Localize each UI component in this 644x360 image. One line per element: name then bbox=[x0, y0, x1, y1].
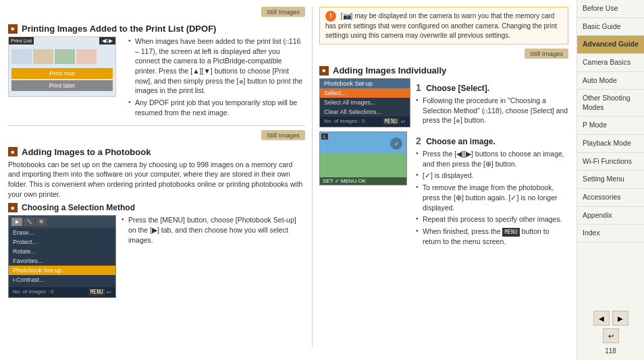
photo-bottom-bar: SET ✓ MENU OK bbox=[320, 177, 406, 185]
choosing-content: ▶ 🔧 ⚙ Erase... Protect... Rotate... Favo… bbox=[8, 215, 305, 298]
print-list-label: Print List bbox=[9, 37, 34, 44]
step2-bullets: Press the [◀][▶] buttons to choose an im… bbox=[416, 149, 568, 247]
menu-footer: No. of images : 0 MENU ↩ bbox=[9, 287, 115, 297]
step1: 1 Choose [Select]. Following the procedu… bbox=[416, 82, 568, 125]
section-icon-printing: ■ bbox=[8, 24, 18, 34]
sidebar-item-accessories[interactable]: Accessories bbox=[577, 189, 644, 207]
choosing-bullet: Press the [MENU] button, choose [Photobo… bbox=[122, 215, 305, 245]
choosing-bullet-container: Press the [MENU] button, choose [Photobo… bbox=[122, 215, 305, 298]
sidebar-item-setting[interactable]: Setting Menu bbox=[577, 171, 644, 189]
menu-row-rotate[interactable]: Rotate... bbox=[9, 247, 115, 256]
step1-num: 1 bbox=[416, 82, 421, 93]
sidebar-item-playback[interactable]: Playback Mode bbox=[577, 135, 644, 153]
adding-images-stack: Photobook Set-up Select... Select All Im… bbox=[319, 78, 410, 249]
step2-bullet-3: To remove the image from the photobook, … bbox=[416, 183, 568, 212]
print-now-btn[interactable]: Print now bbox=[11, 68, 113, 79]
tab-icon-2: 🔧 bbox=[24, 218, 34, 226]
printing-bullets: When images have been added to the print… bbox=[128, 36, 305, 120]
photobook-title: Adding Images to a Photobook bbox=[22, 147, 151, 157]
still-images-badge-2: Still Images bbox=[261, 130, 305, 140]
sidebar-item-p-mode[interactable]: P Mode bbox=[577, 117, 644, 135]
photo-thumb-3 bbox=[55, 49, 75, 64]
sidebar-item-other-shooting[interactable]: Other Shooting Modes bbox=[577, 90, 644, 117]
setup-menu-title: Photobook Set-up bbox=[320, 79, 410, 88]
section-icon-photobook: ■ bbox=[8, 147, 18, 156]
tab-icon: ▶ bbox=[11, 218, 22, 226]
sidebar-item-basic-guide[interactable]: Basic Guide bbox=[577, 18, 644, 36]
warning-text: may be displayed on the camera to warn y… bbox=[325, 12, 557, 39]
setup-row-select[interactable]: Select... bbox=[320, 88, 410, 98]
right-column: ! [📷] may be displayed on the camera to … bbox=[312, 7, 568, 347]
step2-num: 2 bbox=[416, 136, 421, 146]
sidebar-item-auto-mode[interactable]: Auto Mode bbox=[577, 72, 644, 90]
step2-bullet-2: [✓] is displayed. bbox=[416, 171, 568, 181]
printing-bullet-1: When images have been added to the print… bbox=[128, 36, 305, 96]
prev-btn[interactable]: ◀ bbox=[593, 311, 610, 326]
warning-camera-icon: [📷] bbox=[341, 12, 353, 20]
warning-box: ! [📷] may be displayed on the camera to … bbox=[319, 7, 568, 44]
photobook-section: ■ Adding Images to a Photobook Photobook… bbox=[8, 147, 305, 299]
sidebar-item-wifi[interactable]: Wi-Fi Functions bbox=[577, 153, 644, 171]
step2-bullet-4: Repeat this process to specify other ima… bbox=[416, 214, 568, 224]
steps-container: 1 Choose [Select]. Following the procedu… bbox=[416, 78, 568, 249]
still-images-badge-3: Still Images bbox=[525, 49, 568, 59]
step2-title: Choose an image. bbox=[426, 137, 495, 146]
photo-thumb-1 bbox=[11, 49, 32, 64]
check-overlay: ✓ bbox=[390, 138, 402, 150]
print-list-image: Print List ◀1▶ Print now Print later bbox=[8, 36, 116, 97]
photo-thumb-4 bbox=[76, 49, 97, 64]
menu-row-favorites[interactable]: Favorites... bbox=[9, 256, 115, 266]
menu-icon: MENU ↩ bbox=[88, 289, 112, 296]
step1-title: Choose [Select]. bbox=[426, 84, 489, 93]
section-icon-adding: ■ bbox=[319, 66, 329, 76]
step2-bullet-5: When finished, press the MENU button to … bbox=[416, 227, 568, 247]
left-column: Still Images ■ Printing Images Added to … bbox=[8, 7, 305, 347]
menu-row-photobook[interactable]: Photobook Set-up... bbox=[9, 266, 115, 275]
choosing-title: Choosing a Selection Method bbox=[22, 203, 135, 212]
setup-footer-icon: MENU ↩ bbox=[383, 118, 406, 125]
adding-title: Adding Images Individually bbox=[333, 65, 446, 76]
step2-bullet-1: Press the [◀][▶] buttons to choose an im… bbox=[416, 149, 568, 169]
step2: 2 Choose an image. Press the [◀][▶] butt… bbox=[416, 136, 568, 247]
setup-row-all[interactable]: Select All Images... bbox=[320, 98, 410, 107]
warning-icon: ! bbox=[325, 11, 336, 22]
menu-image-container: ▶ 🔧 ⚙ Erase... Protect... Rotate... Favo… bbox=[8, 215, 116, 298]
main-content: Still Images ■ Printing Images Added to … bbox=[0, 0, 576, 360]
printing-section: ■ Printing Images Added to the Print Lis… bbox=[8, 24, 305, 120]
print-later-btn[interactable]: Print later bbox=[11, 80, 113, 91]
menu-row-icontrast[interactable]: i-Contrast... bbox=[9, 275, 115, 284]
printing-title: Printing Images Added to the Print List … bbox=[22, 24, 216, 34]
section-icon-choosing: ■ bbox=[8, 203, 18, 212]
next-btn[interactable]: ▶ bbox=[612, 311, 628, 326]
tab-icon-3: ⚙ bbox=[36, 218, 47, 226]
photo-corner-badge: L bbox=[321, 133, 328, 140]
sidebar-item-index[interactable]: Index bbox=[577, 224, 644, 243]
photobook-body: Photobooks can be set up on the camera b… bbox=[8, 160, 305, 200]
printing-bullet-2: Any DPOF print job that you temporarily … bbox=[128, 98, 305, 117]
sidebar: Before Use Basic Guide Advanced Guide Ca… bbox=[576, 0, 644, 360]
photo-thumb-2 bbox=[33, 49, 53, 64]
return-btn[interactable]: ↩ bbox=[603, 328, 619, 343]
choosing-section: ■ Choosing a Selection Method ▶ 🔧 ⚙ bbox=[8, 203, 305, 298]
sidebar-item-camera-basics[interactable]: Camera Basics bbox=[577, 54, 644, 72]
adding-content: Photobook Set-up Select... Select All Im… bbox=[319, 78, 568, 249]
menu-row-erase[interactable]: Erase... bbox=[9, 228, 115, 237]
still-images-badge-1: Still Images bbox=[261, 7, 305, 17]
setup-row-clear[interactable]: Clear All Selections... bbox=[320, 107, 410, 117]
step1-bullet: Following the procedure in "Choosing a S… bbox=[416, 96, 568, 125]
setup-footer: No. of images : 0 MENU ↩ bbox=[320, 117, 410, 127]
menu-row-protect[interactable]: Protect... bbox=[9, 237, 115, 247]
adding-section: ■ Adding Images Individually Photobook S… bbox=[319, 65, 568, 249]
sidebar-item-before-use[interactable]: Before Use bbox=[577, 0, 644, 18]
page-number: 118 bbox=[603, 346, 618, 356]
sidebar-item-appendix[interactable]: Appendix bbox=[577, 207, 644, 225]
landscape-photo: L ✓ SET ✓ MENU OK bbox=[319, 131, 407, 185]
sidebar-item-advanced-guide[interactable]: Advanced Guide bbox=[577, 36, 644, 54]
